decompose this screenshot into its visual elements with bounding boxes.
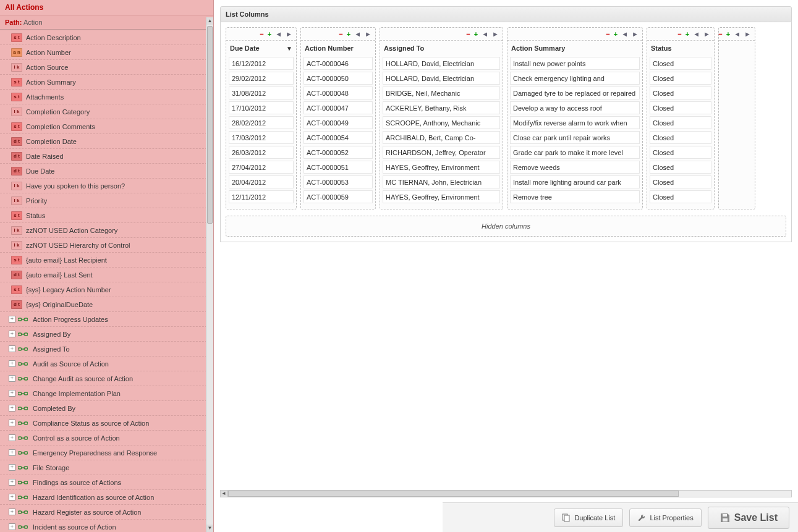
- expand-icon[interactable]: +: [9, 420, 15, 426]
- data-cell[interactable]: Closed: [650, 175, 711, 188]
- move-right-icon[interactable]: ►: [632, 30, 639, 38]
- data-cell[interactable]: Closed: [650, 72, 711, 85]
- data-cell[interactable]: Closed: [650, 161, 711, 174]
- column-header[interactable]: Status: [647, 41, 714, 56]
- link-item[interactable]: +Emergency Preparedness and Response: [0, 445, 213, 460]
- sidebar-scrollbar[interactable]: ▲ ▼: [206, 17, 213, 532]
- data-cell[interactable]: Closed: [650, 101, 711, 114]
- link-item[interactable]: +Change Implementation Plan: [0, 386, 213, 401]
- column-header[interactable]: Due Date▼: [226, 41, 296, 56]
- link-item[interactable]: +Compliance Status as source of Action: [0, 416, 213, 431]
- field-item[interactable]: l kCompletion Category: [0, 104, 213, 119]
- field-item[interactable]: l kPriority: [0, 193, 213, 208]
- data-cell[interactable]: Install more lighting around car park: [510, 175, 640, 188]
- data-cell[interactable]: ACT-0000053: [303, 175, 373, 188]
- expand-icon[interactable]: +: [9, 449, 15, 456]
- field-item[interactable]: a nAction Number: [0, 45, 213, 60]
- column-header[interactable]: Action Number: [301, 41, 375, 56]
- data-cell[interactable]: ACKERLEY, Bethany, Risk: [383, 101, 500, 114]
- link-item[interactable]: +Control as a source of Action: [0, 431, 213, 445]
- expand-icon[interactable]: +: [9, 331, 15, 337]
- data-cell[interactable]: RICHARDSON, Jeffrey, Operator: [383, 146, 500, 159]
- field-item[interactable]: d t{sys} OriginalDueDate: [0, 297, 213, 312]
- move-left-icon[interactable]: ◄: [354, 30, 361, 38]
- remove-column-icon[interactable]: −: [339, 30, 342, 38]
- sidebar-scroll[interactable]: s tAction Descriptiona nAction Numberl k…: [0, 30, 213, 532]
- link-item[interactable]: +Assigned To: [0, 342, 213, 357]
- data-cell[interactable]: ACT-0000054: [303, 131, 373, 144]
- data-cell[interactable]: Check emergency lighting and: [510, 72, 640, 85]
- hidden-columns-dropzone[interactable]: Hidden columns: [226, 216, 786, 237]
- column-header[interactable]: Action Summary: [507, 41, 642, 56]
- hscrollbar-thumb[interactable]: [228, 491, 679, 497]
- link-item[interactable]: +Incident as source of Action: [0, 520, 213, 532]
- data-cell[interactable]: Remove weeds: [510, 161, 640, 174]
- field-item[interactable]: l kzzNOT USED Action Category: [0, 223, 213, 238]
- data-cell[interactable]: Close car park until repair works: [510, 131, 640, 144]
- link-item[interactable]: +Hazard Identification as source of Acti…: [0, 490, 213, 505]
- field-item[interactable]: s tAction Summary: [0, 75, 213, 90]
- list-properties-button[interactable]: List Properties: [629, 509, 701, 527]
- move-right-icon[interactable]: ►: [492, 30, 499, 38]
- data-cell[interactable]: ACT-0000050: [303, 72, 373, 85]
- data-cell[interactable]: ACT-0000059: [303, 190, 373, 203]
- field-item[interactable]: d tDue Date: [0, 164, 213, 179]
- expand-icon[interactable]: +: [9, 523, 15, 530]
- field-item[interactable]: s tStatus: [0, 208, 213, 223]
- move-left-icon[interactable]: ◄: [482, 30, 488, 38]
- data-cell[interactable]: ACT-0000047: [303, 101, 373, 114]
- data-cell[interactable]: 27/04/2012: [229, 161, 294, 174]
- move-left-icon[interactable]: ◄: [693, 30, 700, 38]
- data-cell[interactable]: 20/04/2012: [229, 175, 294, 188]
- move-right-icon[interactable]: ►: [365, 30, 371, 38]
- expand-icon[interactable]: +: [9, 509, 15, 515]
- duplicate-list-button[interactable]: Duplicate List: [554, 509, 623, 527]
- data-cell[interactable]: 26/03/2012: [229, 146, 294, 159]
- expand-icon[interactable]: +: [9, 375, 15, 382]
- add-column-icon[interactable]: +: [347, 30, 350, 38]
- move-left-icon[interactable]: ◄: [734, 30, 741, 38]
- remove-column-icon[interactable]: −: [466, 30, 470, 38]
- data-cell[interactable]: 28/02/2012: [229, 116, 294, 129]
- data-cell[interactable]: HOLLARD, David, Electrician: [383, 72, 500, 85]
- data-cell[interactable]: Damaged tyre to be replaced or repaired: [510, 87, 640, 99]
- move-right-icon[interactable]: ►: [286, 30, 292, 38]
- data-cell[interactable]: Install new power points: [510, 57, 640, 70]
- data-cell[interactable]: Closed: [650, 57, 711, 70]
- horizontal-scrollbar[interactable]: [227, 490, 792, 497]
- data-cell[interactable]: ACT-0000052: [303, 146, 373, 159]
- expand-icon[interactable]: +: [9, 345, 15, 352]
- data-cell[interactable]: 17/03/2012: [229, 131, 294, 144]
- remove-column-icon[interactable]: −: [606, 30, 609, 38]
- add-column-slot[interactable]: −+◄►: [718, 27, 755, 209]
- field-item[interactable]: s tAction Description: [0, 30, 213, 45]
- field-item[interactable]: s tCompletion Comments: [0, 119, 213, 134]
- hscroll-left-icon[interactable]: ◄: [220, 490, 227, 497]
- data-cell[interactable]: ACT-0000048: [303, 87, 373, 99]
- scroll-up-icon[interactable]: ▲: [206, 17, 213, 25]
- expand-icon[interactable]: +: [9, 405, 15, 412]
- data-cell[interactable]: Closed: [650, 146, 711, 159]
- data-cell[interactable]: Grade car park to make it more level: [510, 146, 640, 159]
- move-right-icon[interactable]: ►: [703, 30, 710, 38]
- remove-column-icon[interactable]: −: [718, 30, 722, 38]
- field-item[interactable]: d t{auto email} Last Sent: [0, 268, 213, 282]
- column-card[interactable]: −+◄►Action SummaryInstall new power poin…: [507, 27, 643, 209]
- link-item[interactable]: +Audit as Source of Action: [0, 357, 213, 371]
- expand-icon[interactable]: +: [9, 494, 15, 500]
- expand-icon[interactable]: +: [9, 360, 15, 367]
- scroll-down-icon[interactable]: ▼: [206, 525, 213, 532]
- link-item[interactable]: +File Storage: [0, 460, 213, 475]
- link-item[interactable]: +Change Audit as source of Action: [0, 371, 213, 386]
- link-item[interactable]: +Findings as source of Actions: [0, 475, 213, 490]
- field-item[interactable]: s tAttachments: [0, 90, 213, 104]
- data-cell[interactable]: Modify/fix reverse alarm to work when: [510, 116, 640, 129]
- data-cell[interactable]: Develop a way to access roof: [510, 101, 640, 114]
- field-item[interactable]: s t{auto email} Last Recipient: [0, 253, 213, 268]
- add-column-icon[interactable]: +: [726, 30, 730, 38]
- expand-icon[interactable]: +: [9, 434, 15, 441]
- column-card[interactable]: −+◄►Action NumberACT-0000046ACT-0000050A…: [300, 27, 376, 209]
- data-cell[interactable]: ACT-0000051: [303, 161, 373, 174]
- link-item[interactable]: +Assigned By: [0, 327, 213, 342]
- field-item[interactable]: l kzzNOT USED Hierarchy of Control: [0, 238, 213, 253]
